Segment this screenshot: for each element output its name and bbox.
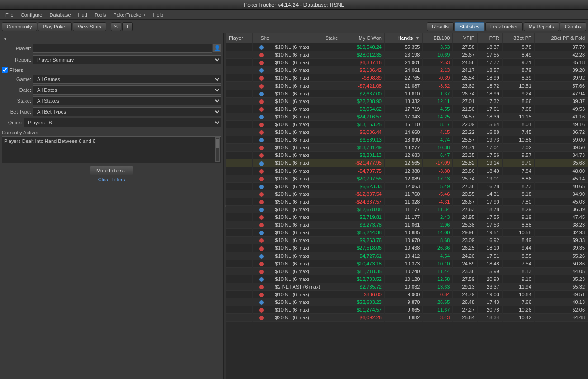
table-row[interactable]: $10 NL (6 max)$28,012.3526,19810.6925.67… <box>226 51 588 59</box>
table-row[interactable]: $10 NL (6 max)$12,678.0811,17711.3427.63… <box>226 205 588 213</box>
panel-collapse-arrow[interactable]: ◄ <box>2 35 221 42</box>
quick-filter-select[interactable]: Players - 6 <box>24 118 221 127</box>
cell-myc-won: -$7,421.08 <box>341 82 385 90</box>
cell-player <box>226 182 253 190</box>
col-3bet-pf[interactable]: 3Bet PF <box>502 33 534 43</box>
table-row[interactable]: $10 NL (6 max)-$836.009,900-0.8424.7919.… <box>226 291 588 298</box>
menu-configure[interactable]: Configure <box>17 11 46 19</box>
table-row[interactable]: $10 NL (6 max)-$21,477.9512,565-17.0925.… <box>226 159 588 167</box>
cell-hands: 21,087 <box>384 82 422 90</box>
table-row[interactable]: $10 NL (6 max)$3,273.7811,0612.9625.3817… <box>226 221 588 229</box>
player-input[interactable] <box>33 44 212 53</box>
my-reports-button[interactable]: My Reports <box>524 22 559 31</box>
cell-pfr: 14.31 <box>478 190 503 198</box>
s-button[interactable]: S <box>111 22 121 31</box>
table-row[interactable]: $20 NL (6 max)$52,603.239,87026.6526.481… <box>226 298 588 306</box>
col-vpip[interactable]: VPIP <box>453 33 478 43</box>
menu-hud[interactable]: Hud <box>75 11 91 19</box>
title-bar: PokerTracker v4.14.24 - Database: HSNL <box>0 0 588 10</box>
cell-hands: 17,719 <box>384 105 422 113</box>
cell-bb100: 11.44 <box>423 267 453 275</box>
table-row[interactable]: $10 NL (6 max)$2,719.8111,1772.4324.9517… <box>226 213 588 221</box>
table-row[interactable]: $10 NL (6 max)$9,263.7610,6708.6823.0916… <box>226 237 588 244</box>
table-row[interactable]: $10 NL (6 max)$24,716.5717,34314.2524.57… <box>226 113 588 120</box>
menu-pokertracker-plus[interactable]: PokerTracker+ <box>109 11 149 19</box>
table-row[interactable]: $10 NL (6 max)$22,208.9018,33212.1127.01… <box>226 97 588 105</box>
report-select[interactable]: Player Summary <box>33 55 221 64</box>
col-bb100[interactable]: BB/100 <box>423 33 453 43</box>
cell-myc-won: $11,718.35 <box>341 267 385 275</box>
col-myc-won[interactable]: My C Won <box>341 33 385 43</box>
cell-vpip: 27.59 <box>453 275 478 283</box>
cell-pfr: 18.99 <box>478 74 503 82</box>
clear-filters-button[interactable]: Clear Filters <box>98 177 125 182</box>
menu-tools[interactable]: Tools <box>91 11 110 19</box>
col-2bet-pf-fold[interactable]: 2Bet PF & Fold <box>534 33 588 43</box>
stake-filter-select[interactable]: All Stakes <box>33 96 221 105</box>
table-row[interactable]: $10 NL (6 max)$11,718.3510,24011.4423.38… <box>226 267 588 275</box>
statistics-button[interactable]: Statistics <box>455 22 484 31</box>
menu-help[interactable]: Help <box>149 11 167 19</box>
table-row[interactable]: $10 NL (6 max)$27,518.0610,43826.3626.25… <box>226 244 588 252</box>
cell-vpip: 27.38 <box>453 182 478 190</box>
cell-myc-won: $3,273.78 <box>341 221 385 229</box>
report-label: Report: <box>2 57 31 62</box>
cell-player <box>226 229 253 237</box>
table-row[interactable]: $20 NL (6 max)-$12,837.5411,760-5.4620.5… <box>226 190 588 198</box>
table-row[interactable]: $10 NL (6 max)$13,781.4913,27710.3824.71… <box>226 144 588 152</box>
menu-bar: File Configure Database Hud Tools PokerT… <box>0 10 588 20</box>
table-row[interactable]: $10 NL (6 max)$12,733.5210,12012.5827.59… <box>226 275 588 283</box>
table-row[interactable]: $10 NL (6 max)-$5,136.4224,061-2.1324.17… <box>226 66 588 74</box>
menu-database[interactable]: Database <box>46 11 74 19</box>
cell-pfr: 17.51 <box>478 252 503 260</box>
cell-vpip: 24.17 <box>453 66 478 74</box>
view-stats-button[interactable]: View Stats <box>73 22 106 31</box>
cell-hands: 12,683 <box>384 152 422 159</box>
graphs-button[interactable]: Graphs <box>560 22 586 31</box>
cell-3bet-pf: 8.66 <box>502 97 534 105</box>
site-icon <box>259 123 264 127</box>
cell-hands: 19,610 <box>384 90 422 97</box>
play-poker-button[interactable]: Play Poker <box>38 22 72 31</box>
table-row[interactable]: $50 NL (6 max)-$24,387.5711,328-4.3126.6… <box>226 198 588 205</box>
table-row[interactable]: $10 NL (6 max)-$4,707.7512,388-3.8023.86… <box>226 167 588 175</box>
table-row[interactable]: $10 NL (6 max)$8,201.1312,6836.4723.3517… <box>226 152 588 159</box>
col-site[interactable]: Site <box>253 33 272 43</box>
results-button[interactable]: Results <box>427 22 454 31</box>
cell-site <box>253 190 272 198</box>
date-filter-select[interactable]: All Dates <box>33 85 221 95</box>
filters-checkbox[interactable] <box>2 67 8 73</box>
leaktracker-button[interactable]: LeakTracker <box>485 22 523 31</box>
menu-file[interactable]: File <box>2 11 17 19</box>
table-row[interactable]: $10 NL (6 max)$15,244.3810,88514.0029.96… <box>226 229 588 237</box>
table-row[interactable]: $2 NL FAST (6 max)$2,735.7210,03213.6329… <box>226 283 588 290</box>
table-row[interactable]: $10 NL (6 max)$10,473.1810,37310.1024.89… <box>226 260 588 267</box>
table-row[interactable]: $10 NL (6 max)-$6,086.4414,660-4.1523.22… <box>226 128 588 136</box>
col-hands[interactable]: Hands ▼ <box>384 33 422 43</box>
table-row[interactable]: $10 NL (6 max)$13,163.2516,1108.1722.091… <box>226 120 588 128</box>
table-row[interactable]: $10 NL (6 max)$11,274.579,66511.6727.272… <box>226 306 588 314</box>
game-filter-select[interactable]: All Games <box>33 75 221 84</box>
table-row[interactable]: $20 NL (6 max)-$6,092.268,882-3.4325.641… <box>226 314 588 322</box>
col-stake[interactable]: Stake <box>272 33 341 43</box>
table-row[interactable]: $10 NL (6 max)-$6,307.1624,901-2.5324.56… <box>226 59 588 66</box>
table-row[interactable]: $10 NL (6 max)$6,623.3312,0635.4927.3816… <box>226 182 588 190</box>
table-row[interactable]: $10 NL (6 max)$20,707.5512,08917.1325.74… <box>226 175 588 182</box>
community-button[interactable]: Community <box>2 22 37 31</box>
cell-site <box>253 152 272 159</box>
table-row[interactable]: $10 NL (6 max)$4,727.6110,4124.5424.2017… <box>226 252 588 260</box>
player-icon-button[interactable]: 👤 <box>213 44 221 52</box>
table-row[interactable]: $10 NL (6 max)$2,687.0019,6101.3726.7418… <box>226 90 588 97</box>
scroll-indicator[interactable] <box>215 137 220 162</box>
table-row[interactable]: $10 NL (6 max)-$898.8922,765-0.3926.5418… <box>226 74 588 82</box>
table-row[interactable]: $10 NL (6 max)$6,589.1313,8904.7425.5719… <box>226 136 588 144</box>
table-row[interactable]: $10 NL (6 max)-$7,421.0821,087-3.5223.62… <box>226 82 588 90</box>
bettype-filter-select[interactable]: All Bet Types <box>33 107 221 116</box>
col-player[interactable]: Player <box>226 33 253 43</box>
t-button[interactable]: T <box>122 22 133 31</box>
table-row[interactable]: $10 NL (6 max)$8,054.6217,7194.5521.5017… <box>226 105 588 113</box>
table-row[interactable]: $10 NL (6 max)$19,540.2455,3553.5327.581… <box>226 43 588 51</box>
more-filters-button[interactable]: More Filters... <box>90 166 133 175</box>
site-icon <box>259 45 264 50</box>
col-pfr[interactable]: PFR <box>478 33 503 43</box>
